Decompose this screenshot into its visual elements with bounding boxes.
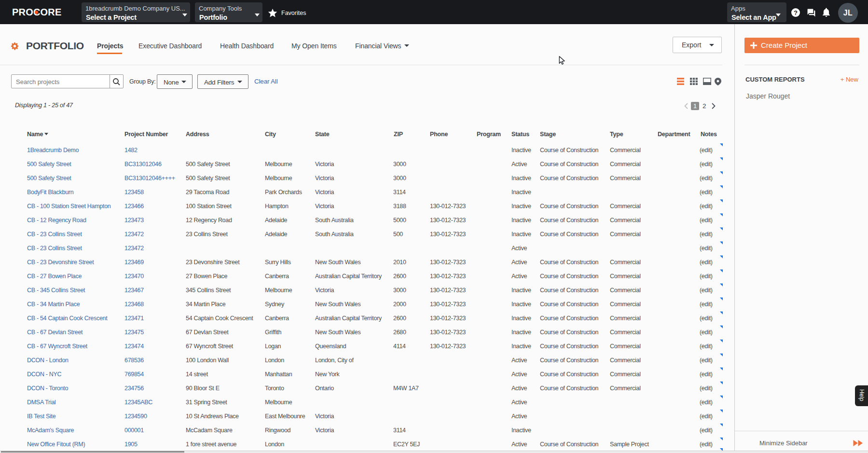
svg-text:?: ? — [794, 9, 798, 16]
